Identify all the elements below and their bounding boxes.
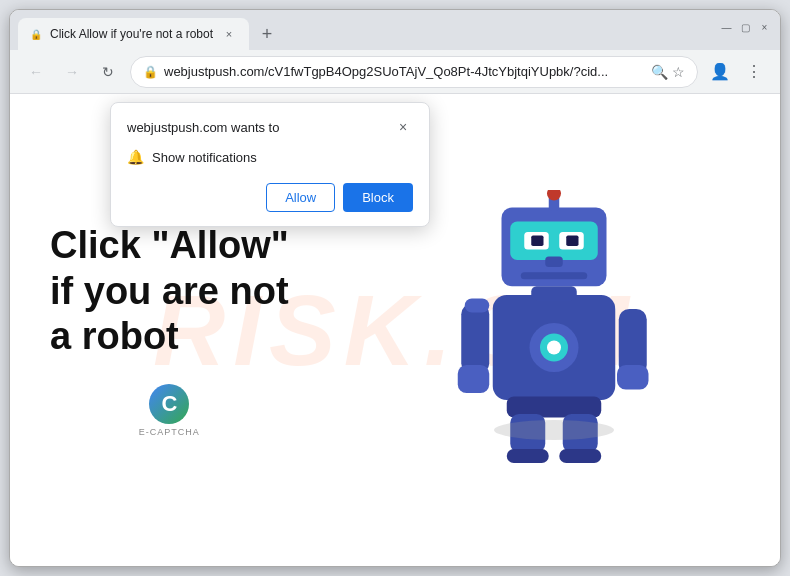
svg-rect-16 <box>458 365 490 393</box>
svg-rect-19 <box>617 365 649 390</box>
address-bar[interactable]: 🔒 webjustpush.com/cV1fwTgpB4Opg2SUoTAjV_… <box>130 56 698 88</box>
search-icon[interactable]: 🔍 <box>651 64 668 80</box>
tab-lock-icon: 🔒 <box>30 28 42 40</box>
tab-strip: 🔒 Click Allow if you're not a robot × + <box>18 10 719 50</box>
nav-right-icons: 👤 ⋮ <box>706 58 768 86</box>
url-text: webjustpush.com/cV1fwTgpB4Opg2SUoTAjV_Qo… <box>164 64 645 79</box>
window-controls: — ▢ × <box>719 20 772 35</box>
left-text-area: Click "Allow" if you are not a robot C E… <box>10 193 329 467</box>
popup-notification-row: 🔔 Show notifications <box>127 145 413 169</box>
main-heading: Click "Allow" if you are not a robot <box>50 223 289 360</box>
svg-rect-6 <box>546 257 564 268</box>
bell-icon: 🔔 <box>127 149 144 165</box>
svg-rect-24 <box>560 449 602 463</box>
notification-text: Show notifications <box>152 150 257 165</box>
minimize-button[interactable]: — <box>719 20 734 35</box>
heading-line1: Click "Allow" <box>50 224 289 266</box>
security-lock-icon: 🔒 <box>143 65 158 79</box>
forward-button[interactable]: → <box>58 58 86 86</box>
svg-rect-22 <box>507 449 549 463</box>
svg-rect-7 <box>521 272 588 279</box>
tab-close-button[interactable]: × <box>221 26 237 42</box>
maximize-button[interactable]: ▢ <box>738 20 753 35</box>
popup-header: webjustpush.com wants to × <box>127 117 413 137</box>
svg-rect-4 <box>532 236 544 247</box>
robot-area <box>329 190 780 470</box>
popup-title: webjustpush.com wants to <box>127 120 279 135</box>
robot-shadow <box>494 420 614 440</box>
title-bar: 🔒 Click Allow if you're not a robot × + … <box>10 10 780 50</box>
popup-close-button[interactable]: × <box>393 117 413 137</box>
active-tab[interactable]: 🔒 Click Allow if you're not a robot × <box>18 18 249 50</box>
reload-button[interactable]: ↻ <box>94 58 122 86</box>
captcha-label: E-CAPTCHA <box>139 427 200 437</box>
allow-button[interactable]: Allow <box>266 183 335 212</box>
notification-popup: webjustpush.com wants to × 🔔 Show notifi… <box>110 102 430 227</box>
captcha-logo: C <box>149 384 189 424</box>
bookmark-icon[interactable]: ☆ <box>672 64 685 80</box>
address-bar-icons: 🔍 ☆ <box>651 64 685 80</box>
new-tab-button[interactable]: + <box>253 20 281 48</box>
navigation-bar: ← → ↻ 🔒 webjustpush.com/cV1fwTgpB4Opg2SU… <box>10 50 780 94</box>
popup-buttons: Allow Block <box>127 183 413 212</box>
svg-rect-15 <box>462 304 490 374</box>
block-button[interactable]: Block <box>343 183 413 212</box>
browser-window: 🔒 Click Allow if you're not a robot × + … <box>9 9 781 567</box>
captcha-area: C E-CAPTCHA <box>50 384 289 437</box>
more-options-button[interactable]: ⋮ <box>740 58 768 86</box>
back-button[interactable]: ← <box>22 58 50 86</box>
svg-rect-5 <box>567 236 579 247</box>
svg-rect-17 <box>465 299 490 313</box>
tab-title: Click Allow if you're not a robot <box>50 27 213 41</box>
page-content: RISK.OM webjustpush.com wants to × 🔔 Sho… <box>10 94 780 566</box>
svg-rect-14 <box>532 286 578 300</box>
svg-rect-1 <box>511 222 599 261</box>
heading-line3: a robot <box>50 315 179 357</box>
close-window-button[interactable]: × <box>757 20 772 35</box>
svg-point-13 <box>547 341 561 355</box>
account-button[interactable]: 👤 <box>706 58 734 86</box>
heading-line2: if you are not <box>50 270 289 312</box>
